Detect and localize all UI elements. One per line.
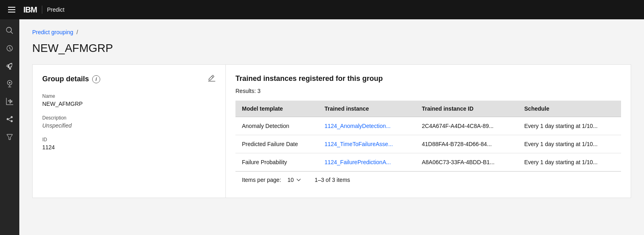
app-title: Predict bbox=[47, 6, 65, 13]
pagination-page-size-select[interactable]: 10 bbox=[287, 177, 302, 183]
hamburger-menu[interactable] bbox=[6, 5, 17, 14]
group-details-title: Group details bbox=[42, 75, 89, 83]
cell-trained-instance-id: 2C4A674F-A4D4-4C8A-89... bbox=[415, 117, 518, 135]
group-details-panel: Group details i Name NEW_AFMGRP Descript… bbox=[33, 65, 226, 198]
cell-schedule: Every 1 day starting at 1/10... bbox=[518, 135, 621, 153]
group-details-header: Group details i bbox=[42, 74, 216, 84]
group-details-title-row: Group details i bbox=[42, 75, 100, 83]
breadcrumb-link[interactable]: Predict grouping bbox=[32, 29, 73, 35]
cell-model-template: Failure Probability bbox=[235, 153, 318, 171]
table-row: Predicted Failure Date1124_TimeToFailure… bbox=[235, 135, 621, 153]
brand-logo: IBM Predict bbox=[23, 5, 64, 14]
table-row: Anomaly Detection1124_AnomalyDetection..… bbox=[235, 117, 621, 135]
col-trained-instance-id: Trained instance ID bbox=[415, 101, 518, 117]
edit-icon[interactable] bbox=[208, 74, 216, 84]
detail-id-label: ID bbox=[42, 137, 216, 142]
detail-description-value: Unspecified bbox=[42, 122, 216, 129]
pagination-page-size-value: 10 bbox=[287, 177, 294, 183]
table-body: Anomaly Detection1124_AnomalyDetection..… bbox=[235, 117, 621, 171]
breadcrumb: Predict grouping / bbox=[32, 29, 631, 35]
col-schedule: Schedule bbox=[518, 101, 621, 117]
detail-description-label: Description bbox=[42, 115, 216, 121]
table-row: Failure Probability1124_FailurePredictio… bbox=[235, 153, 621, 171]
cell-trained-instance-id: A8A06C73-33FA-4BDD-B1... bbox=[415, 153, 518, 171]
svg-point-0 bbox=[9, 82, 10, 84]
main-content: Predict grouping / NEW_AFMGRP Group deta… bbox=[19, 19, 644, 235]
results-count: Results: 3 bbox=[235, 88, 621, 94]
top-navigation: IBM Predict bbox=[0, 0, 644, 19]
col-trained-instance: Trained instance bbox=[318, 101, 415, 117]
detail-id-value: 1124 bbox=[42, 144, 216, 150]
cell-trained-instance[interactable]: 1124_FailurePredictionA... bbox=[318, 153, 415, 171]
detail-name-value: NEW_AFMGRP bbox=[42, 101, 216, 107]
cell-trained-instance[interactable]: 1124_TimeToFailureAsse... bbox=[318, 135, 415, 153]
info-icon[interactable]: i bbox=[92, 75, 100, 83]
cell-schedule: Every 1 day starting at 1/10... bbox=[518, 117, 621, 135]
cell-trained-instance-id: 41D88FA4-B728-4D66-84... bbox=[415, 135, 518, 153]
detail-name-field: Name NEW_AFMGRP bbox=[42, 93, 216, 107]
content-grid: Group details i Name NEW_AFMGRP Descript… bbox=[32, 64, 631, 198]
app-layout: Predict grouping / NEW_AFMGRP Group deta… bbox=[0, 19, 644, 235]
sidebar bbox=[0, 19, 19, 235]
ibm-logo-text: IBM bbox=[23, 5, 37, 14]
detail-name-label: Name bbox=[42, 93, 216, 99]
sidebar-icon-rocket[interactable] bbox=[2, 58, 18, 74]
instances-title: Trained instances registered for this gr… bbox=[235, 74, 621, 83]
sidebar-icon-location[interactable] bbox=[2, 76, 18, 92]
table-header-row: Model template Trained instance Trained … bbox=[235, 101, 621, 117]
cell-model-template: Anomaly Detection bbox=[235, 117, 318, 135]
cell-model-template: Predicted Failure Date bbox=[235, 135, 318, 153]
pagination: Items per page: 10 1–3 of 3 items bbox=[235, 171, 621, 188]
sidebar-icon-filter[interactable] bbox=[2, 129, 18, 145]
sidebar-icon-history[interactable] bbox=[2, 40, 18, 56]
instances-table: Model template Trained instance Trained … bbox=[235, 101, 621, 171]
detail-id-field: ID 1124 bbox=[42, 137, 216, 150]
detail-description-field: Description Unspecified bbox=[42, 115, 216, 129]
col-model-template: Model template bbox=[235, 101, 318, 117]
breadcrumb-separator: / bbox=[76, 29, 78, 35]
pagination-items-label: Items per page: bbox=[242, 177, 281, 183]
trained-instance-link[interactable]: 1124_AnomalyDetection... bbox=[324, 123, 390, 129]
trained-instance-link[interactable]: 1124_FailurePredictionA... bbox=[324, 159, 391, 165]
instances-panel: Trained instances registered for this gr… bbox=[226, 65, 631, 198]
page-title: NEW_AFMGRP bbox=[32, 42, 631, 55]
cell-trained-instance[interactable]: 1124_AnomalyDetection... bbox=[318, 117, 415, 135]
pagination-count: 1–3 of 3 items bbox=[315, 177, 350, 183]
nav-divider bbox=[42, 6, 42, 14]
sidebar-icon-analytics[interactable] bbox=[2, 93, 18, 109]
cell-schedule: Every 1 day starting at 1/10... bbox=[518, 153, 621, 171]
trained-instance-link[interactable]: 1124_TimeToFailureAsse... bbox=[324, 141, 393, 147]
sidebar-icon-search[interactable] bbox=[2, 23, 18, 39]
sidebar-icon-connection[interactable] bbox=[2, 111, 18, 127]
table-header: Model template Trained instance Trained … bbox=[235, 101, 621, 117]
svg-point-3 bbox=[11, 120, 13, 122]
